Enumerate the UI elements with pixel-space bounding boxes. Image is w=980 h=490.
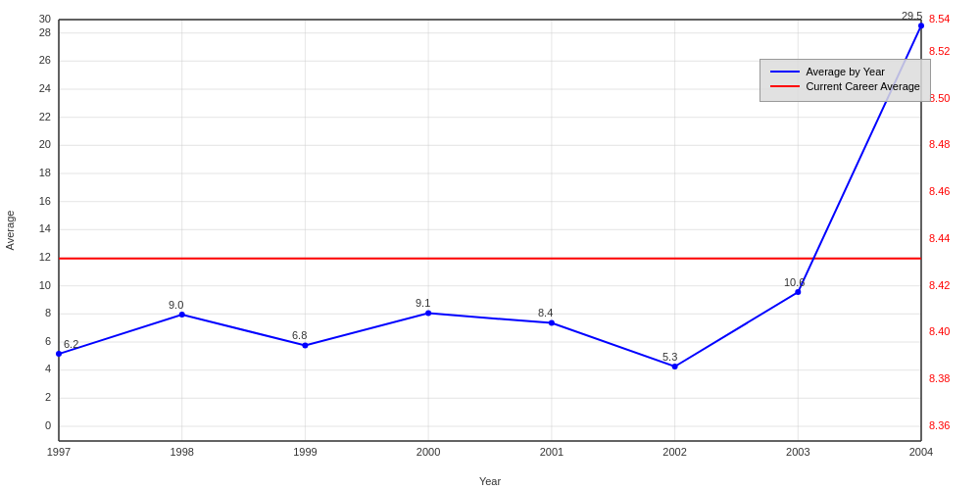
y-label-12: 12 (39, 251, 51, 263)
y-label-18: 18 (39, 167, 51, 178)
y-right-label-846: 8.46 (929, 185, 950, 197)
label-2002: 5.3 (662, 351, 677, 363)
y-axis-title: Average (4, 211, 16, 251)
y-label-24: 24 (39, 82, 51, 94)
x-label-1999: 1999 (293, 446, 317, 458)
y-label-22: 22 (39, 111, 51, 122)
y-right-label-836: 8.36 (929, 419, 950, 431)
label-2000: 9.1 (416, 297, 430, 309)
legend-average-by-year: Average by Year (770, 66, 920, 77)
y-label-28: 28 (39, 26, 51, 38)
x-label-2004: 2004 (909, 446, 933, 458)
legend-blue-line (770, 71, 800, 73)
y-right-label-838: 8.38 (929, 372, 950, 384)
x-label-2003: 2003 (786, 446, 809, 458)
y-label-0: 0 (45, 419, 51, 431)
y-right-label-844: 8.44 (929, 232, 950, 244)
x-axis-title: Year (479, 475, 502, 487)
y-label-6: 6 (45, 335, 51, 347)
y-right-label-848: 8.48 (929, 138, 950, 150)
dot-2002 (672, 364, 678, 369)
x-label-2002: 2002 (662, 446, 686, 458)
y-label-26: 26 (39, 54, 51, 66)
y-right-label-840: 8.40 (929, 325, 950, 337)
x-label-1997: 1997 (47, 446, 71, 458)
x-label-1998: 1998 (170, 446, 193, 458)
label-2004: 29.5 (902, 10, 922, 22)
y-label-16: 16 (39, 195, 51, 207)
y-right-label-852: 8.52 (929, 45, 950, 57)
x-label-2001: 2001 (540, 446, 564, 458)
legend-red-line (770, 85, 800, 87)
legend-career-average: Current Career Average (770, 80, 920, 92)
y-label-10: 10 (39, 279, 51, 291)
dot-2004 (918, 23, 924, 28)
label-1997: 6.2 (64, 338, 78, 350)
dot-1997 (56, 351, 62, 357)
label-1998: 9.0 (169, 299, 183, 311)
legend-career-average-label: Current Career Average (806, 80, 920, 92)
legend-average-by-year-label: Average by Year (806, 66, 885, 77)
label-2001: 8.4 (538, 307, 553, 318)
dot-1998 (179, 312, 185, 318)
chart-container: 0 2 4 6 8 10 12 14 16 18 20 22 24 26 28 … (0, 0, 980, 490)
y-label-2: 2 (45, 391, 51, 403)
dot-2001 (549, 320, 555, 326)
label-2003: 10.6 (784, 276, 805, 288)
y-label-30: 30 (39, 13, 51, 24)
y-label-8: 8 (45, 307, 51, 318)
y-right-label-854: 8.54 (929, 13, 950, 24)
label-1999: 6.8 (292, 329, 307, 341)
y-right-label-850: 8.50 (929, 92, 950, 104)
dot-1999 (302, 343, 308, 349)
legend: Average by Year Current Career Average (760, 59, 931, 102)
y-label-20: 20 (39, 138, 51, 150)
dot-2000 (425, 311, 431, 317)
y-label-14: 14 (39, 222, 51, 234)
y-label-4: 4 (45, 363, 51, 374)
x-label-2000: 2000 (416, 446, 440, 458)
y-right-label-842: 8.42 (929, 279, 950, 291)
dot-2003 (795, 289, 801, 295)
